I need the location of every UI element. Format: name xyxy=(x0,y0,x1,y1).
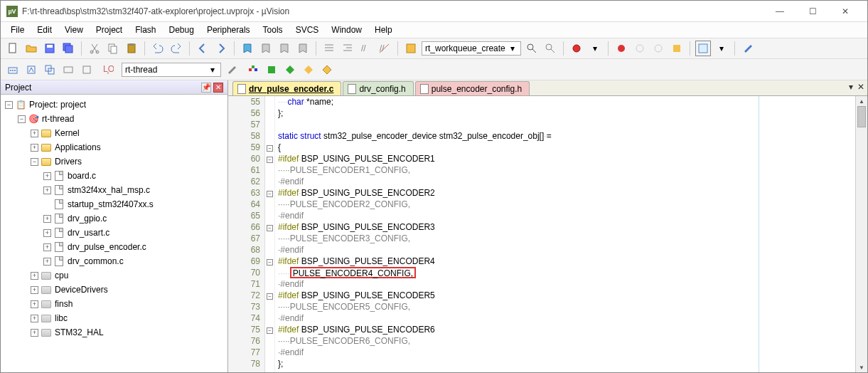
redo-icon[interactable] xyxy=(168,41,184,56)
tree-group-stm32hal[interactable]: +STM32_HAL xyxy=(2,325,226,340)
undo-icon[interactable] xyxy=(150,41,166,56)
menu-view[interactable]: View xyxy=(59,23,89,36)
bookmark-prev-icon[interactable] xyxy=(258,41,274,56)
menu-help[interactable]: Help xyxy=(369,23,398,36)
scroll-down-icon[interactable]: ▼ xyxy=(856,362,867,372)
tree-label: cpu xyxy=(55,270,68,280)
svg-rect-35 xyxy=(249,68,252,71)
outdent-icon[interactable] xyxy=(340,41,355,56)
tree-group-devicedrivers[interactable]: +DeviceDrivers xyxy=(2,283,226,297)
tree-root-label: Project: project xyxy=(29,100,86,110)
find-combo[interactable]: rt_workqueue_create▾ xyxy=(422,41,521,56)
tree-group-libc[interactable]: +libc xyxy=(2,311,226,325)
build-icon[interactable] xyxy=(23,62,39,78)
cut-icon[interactable] xyxy=(87,41,102,56)
svg-rect-10 xyxy=(129,43,134,46)
file-icon xyxy=(237,84,246,94)
paste-icon[interactable] xyxy=(124,41,139,56)
nav-back-icon[interactable] xyxy=(195,41,210,56)
tab-drv-config[interactable]: drv_config.h xyxy=(343,81,413,95)
svg-point-26 xyxy=(10,70,11,71)
tree-file[interactable]: startup_stm32f407xx.s xyxy=(2,197,226,211)
tree-label: stm32f4xx_hal_msp.c xyxy=(68,185,150,195)
svg-rect-0 xyxy=(9,43,16,53)
copy-icon[interactable] xyxy=(105,41,121,56)
tree-file[interactable]: +drv_common.c xyxy=(2,254,226,268)
panel-pin-icon[interactable]: 📌 xyxy=(201,83,211,93)
breakpoint-enable-icon[interactable] xyxy=(632,41,648,56)
find-in-files-icon[interactable] xyxy=(524,41,540,56)
tree-group-drivers[interactable]: −Drivers xyxy=(2,154,226,169)
uncomment-icon[interactable]: // xyxy=(377,41,392,56)
code-editor[interactable]: 5556575859606162636465666768697071727374… xyxy=(228,96,867,372)
menu-file[interactable]: File xyxy=(5,23,30,36)
tree-group-applications[interactable]: +Applications xyxy=(2,140,226,154)
scroll-up-icon[interactable]: ▲ xyxy=(856,96,867,106)
batch-build-icon[interactable] xyxy=(60,62,76,78)
books-icon[interactable] xyxy=(319,62,335,78)
tree-group-cpu[interactable]: +cpu xyxy=(2,268,226,283)
menu-svcs[interactable]: SVCS xyxy=(290,23,325,36)
menu-project[interactable]: Project xyxy=(90,23,128,36)
menu-flash[interactable]: Flash xyxy=(129,23,161,36)
window-layout-icon[interactable] xyxy=(695,41,711,56)
comment-icon[interactable]: // xyxy=(358,41,374,56)
target-options-icon[interactable] xyxy=(224,62,240,78)
close-button[interactable]: ✕ xyxy=(829,1,862,22)
tree-target[interactable]: −🎯rt-thread xyxy=(2,112,226,126)
layout-dropdown-icon[interactable]: ▾ xyxy=(714,41,729,56)
rebuild-icon[interactable] xyxy=(42,62,58,78)
tree-file[interactable]: +board.c xyxy=(2,169,226,183)
download-icon[interactable]: LOAD xyxy=(100,62,116,78)
bookmark-next-icon[interactable] xyxy=(277,41,292,56)
find-icon[interactable] xyxy=(403,41,419,56)
tree-root[interactable]: −📋Project: project xyxy=(2,98,226,112)
target-combo[interactable]: rt-thread▾ xyxy=(122,63,221,77)
nav-forward-icon[interactable] xyxy=(213,41,229,56)
tab-pulse-encoder-config[interactable]: pulse_encoder_config.h xyxy=(415,81,530,95)
menu-tools[interactable]: Tools xyxy=(257,23,289,36)
bookmark-icon[interactable] xyxy=(240,41,255,56)
maximize-button[interactable]: ☐ xyxy=(796,1,829,22)
scroll-thumb[interactable] xyxy=(857,106,866,127)
tree-file[interactable]: +drv_gpio.c xyxy=(2,211,226,226)
debug-dropdown-icon[interactable]: ▾ xyxy=(587,41,603,56)
minimize-button[interactable]: — xyxy=(763,1,796,22)
project-tree[interactable]: −📋Project: project −🎯rt-thread +Kernel +… xyxy=(1,95,227,372)
tree-file[interactable]: +drv_pulse_encoder.c xyxy=(2,240,226,254)
menu-peripherals[interactable]: Peripherals xyxy=(201,23,256,36)
bookmark-clear-icon[interactable] xyxy=(295,41,311,56)
pack-installer-icon[interactable] xyxy=(282,62,298,78)
tab-dropdown-icon[interactable]: ▾ xyxy=(849,82,853,92)
tab-close-icon[interactable]: ✕ xyxy=(857,82,864,92)
indent-icon[interactable] xyxy=(321,41,337,56)
tree-group-kernel[interactable]: +Kernel xyxy=(2,126,226,140)
new-file-icon[interactable] xyxy=(5,41,21,56)
tab-drv-pulse-encoder[interactable]: drv_pulse_encoder.c xyxy=(232,81,341,95)
tree-file[interactable]: +drv_usart.c xyxy=(2,226,226,240)
translate-icon[interactable] xyxy=(5,62,21,78)
save-all-icon[interactable] xyxy=(60,41,76,56)
tree-label: startup_stm32f407xx.s xyxy=(68,199,154,209)
select-packs-icon[interactable] xyxy=(264,62,279,78)
code-body[interactable]: ····char·*name;};static·struct·stm32_pul… xyxy=(275,96,855,372)
breakpoint-disable-icon[interactable] xyxy=(650,41,666,56)
manage-project-icon[interactable] xyxy=(245,62,261,78)
menu-edit[interactable]: Edit xyxy=(31,23,58,36)
menu-window[interactable]: Window xyxy=(326,23,368,36)
stop-build-icon[interactable] xyxy=(79,62,95,78)
breakpoint-insert-icon[interactable] xyxy=(614,41,629,56)
tree-file[interactable]: +stm32f4xx_hal_msp.c xyxy=(2,183,226,197)
menu-debug[interactable]: Debug xyxy=(164,23,200,36)
fold-column[interactable]: −−−−−−− xyxy=(265,96,275,372)
tree-group-finsh[interactable]: +finsh xyxy=(2,297,226,311)
vertical-scrollbar[interactable]: ▲ ▼ xyxy=(855,96,867,372)
manage-rte-icon[interactable] xyxy=(301,62,316,78)
open-file-icon[interactable] xyxy=(23,41,39,56)
configure-icon[interactable] xyxy=(740,41,756,56)
panel-close-icon[interactable]: ✕ xyxy=(213,83,223,93)
save-icon[interactable] xyxy=(42,41,58,56)
debug-icon[interactable] xyxy=(569,41,584,56)
incremental-find-icon[interactable] xyxy=(542,41,558,56)
breakpoint-kill-icon[interactable] xyxy=(669,41,685,56)
